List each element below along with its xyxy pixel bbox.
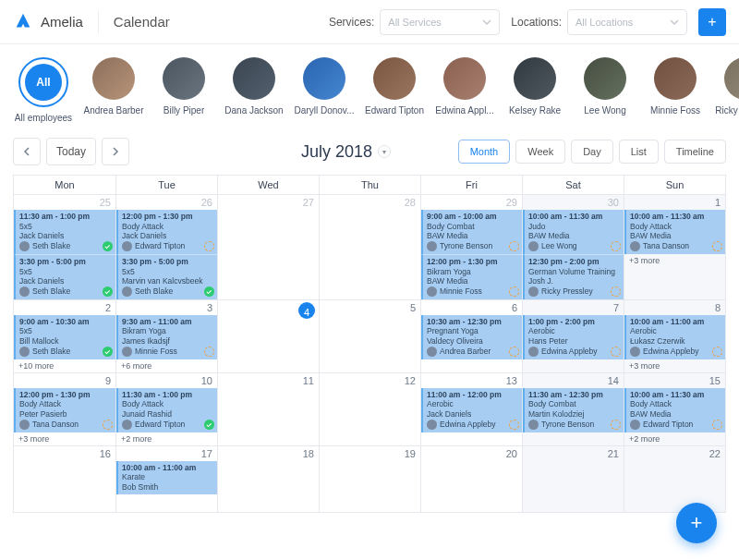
mini-avatar bbox=[528, 420, 539, 430]
more-link[interactable]: +3 more bbox=[624, 359, 725, 372]
event-employee: Tana Danson bbox=[19, 420, 112, 430]
employee-item[interactable]: Kelsey Rake bbox=[504, 57, 565, 116]
calendar-cell[interactable]: 28 bbox=[319, 194, 420, 299]
calendar-event[interactable]: 10:00 am - 11:30 amBody AttackBAW MediaE… bbox=[624, 388, 725, 432]
employee-avatar bbox=[233, 57, 275, 100]
calendar-cell[interactable]: 2612:00 pm - 1:30 pmBody AttackJack Dani… bbox=[115, 194, 217, 299]
today-button[interactable]: Today bbox=[46, 138, 96, 165]
calendar-cell[interactable]: 19 bbox=[319, 445, 420, 512]
event-employee: Edward Tipton bbox=[122, 241, 213, 251]
calendar-event[interactable]: 9:00 am - 10:00 amBody CombatBAW MediaTy… bbox=[421, 210, 522, 254]
calendar-cell[interactable]: 1510:00 am - 11:30 amBody AttackBAW Medi… bbox=[624, 372, 725, 445]
calendar-event[interactable]: 10:00 am - 11:00 amAerobicŁukasz Czerwik… bbox=[624, 315, 725, 359]
calendar-event[interactable]: 11:30 am - 12:30 pmBody CombatMartin Kol… bbox=[523, 388, 624, 432]
chevron-down-icon bbox=[482, 18, 491, 27]
employee-name: Minnie Foss bbox=[650, 105, 700, 116]
calendar-cell[interactable]: 39:30 am - 11:00 amBikram YogaJames Ikad… bbox=[115, 299, 217, 372]
view-month[interactable]: Month bbox=[458, 140, 511, 164]
calendar-cell[interactable]: 18 bbox=[217, 445, 319, 512]
calendar-cell[interactable]: 11 bbox=[217, 372, 319, 445]
calendar-event[interactable]: 11:30 am - 1:00 pmBody AttackJunaid Rash… bbox=[116, 388, 217, 432]
calendar-cell[interactable]: 2511:30 am - 1:00 pm5x5Jack DanielsSeth … bbox=[14, 194, 115, 299]
calendar-cell[interactable]: 21 bbox=[522, 445, 624, 512]
calendar-controls: Today July 2018 ▾ MonthWeekDayListTimeli… bbox=[0, 130, 739, 175]
calendar-event[interactable]: 3:30 pm - 5:00 pm5x5Jack DanielsSeth Bla… bbox=[14, 254, 115, 299]
employee-item[interactable]: Ricky Pressley bbox=[715, 57, 739, 116]
calendar-cell[interactable]: 912:00 pm - 1:30 pmBody AttackPeter Pasi… bbox=[14, 372, 115, 445]
employee-item[interactable]: Andrea Barber bbox=[83, 57, 144, 116]
event-employee: Edward Tipton bbox=[122, 420, 213, 430]
calendar-cell[interactable]: 1011:30 am - 1:00 pmBody AttackJunaid Ra… bbox=[115, 372, 217, 445]
event-title: Body Combat bbox=[427, 222, 518, 232]
calendar-event[interactable]: 9:00 am - 10:30 am5x5Bill MallockSeth Bl… bbox=[14, 315, 115, 359]
calendar-event[interactable]: 10:00 am - 11:30 amBody AttackBAW MediaT… bbox=[624, 210, 725, 254]
employee-avatar bbox=[654, 57, 697, 100]
status-pend-icon bbox=[204, 241, 214, 251]
employee-item[interactable]: Minnie Foss bbox=[645, 57, 706, 116]
calendar-cell[interactable]: 27 bbox=[217, 194, 319, 299]
calendar-cell[interactable]: 299:00 am - 10:00 amBody CombatBAW Media… bbox=[420, 194, 522, 299]
view-list[interactable]: List bbox=[619, 140, 659, 164]
calendar-cell[interactable]: 810:00 am - 11:00 amAerobicŁukasz Czerwi… bbox=[624, 299, 725, 372]
calendar-event[interactable]: 10:00 am - 11:30 amJudoBAW MediaLee Wong bbox=[523, 210, 624, 254]
calendar-event[interactable]: 10:30 am - 12:30 pmPregnant YogaValdecy … bbox=[421, 315, 522, 359]
employee-item[interactable]: Dana Jackson bbox=[224, 57, 285, 116]
event-employee: Seth Blake bbox=[122, 286, 213, 297]
event-client: Bob Smith bbox=[122, 482, 213, 493]
fab-add-button[interactable]: + bbox=[676, 503, 717, 543]
calendar-cell[interactable]: 4 bbox=[217, 299, 319, 372]
more-link[interactable]: +6 more bbox=[116, 359, 217, 372]
more-link[interactable]: +2 more bbox=[624, 432, 725, 445]
event-employee: Edwina Appleby bbox=[630, 347, 721, 357]
employee-item[interactable]: Lee Wong bbox=[575, 57, 636, 116]
calendar-event[interactable]: 12:00 pm - 1:30 pmBody AttackPeter Pasie… bbox=[14, 388, 115, 432]
calendar-event[interactable]: 12:30 pm - 2:00 pmGerman Volume Training… bbox=[523, 254, 624, 299]
more-link[interactable]: +3 more bbox=[624, 254, 725, 267]
calendar-cell[interactable]: 71:00 pm - 2:00 pmAerobicHans PeterEdwin… bbox=[522, 299, 624, 372]
calendar-cell[interactable]: 1411:30 am - 12:30 pmBody CombatMartin K… bbox=[522, 372, 624, 445]
status-ok-icon bbox=[204, 420, 214, 430]
weekday-header: Wed bbox=[217, 176, 319, 194]
calendar-cell[interactable]: 610:30 am - 12:30 pmPregnant YogaValdecy… bbox=[420, 299, 522, 372]
add-button[interactable]: + bbox=[698, 8, 726, 36]
calendar-cell[interactable]: 110:00 am - 11:30 amBody AttackBAW Media… bbox=[624, 194, 725, 299]
more-link[interactable]: +10 more bbox=[14, 359, 115, 372]
employee-all[interactable]: AllAll employees bbox=[13, 57, 74, 123]
view-day[interactable]: Day bbox=[571, 140, 613, 164]
calendar-event[interactable]: 12:00 pm - 1:30 pmBikram YogaBAW MediaMi… bbox=[421, 254, 522, 299]
day-number: 26 bbox=[116, 195, 217, 210]
more-link[interactable]: +3 more bbox=[14, 432, 115, 445]
event-client: BAW Media bbox=[630, 231, 721, 241]
calendar-cell[interactable]: 3010:00 am - 11:30 amJudoBAW MediaLee Wo… bbox=[522, 194, 624, 299]
calendar-cell[interactable]: 12 bbox=[319, 372, 420, 445]
calendar-cell[interactable]: 16 bbox=[14, 445, 115, 512]
employee-item[interactable]: Edward Tipton bbox=[364, 57, 425, 116]
calendar-event[interactable]: 11:30 am - 1:00 pm5x5Jack DanielsSeth Bl… bbox=[14, 210, 115, 254]
employee-item[interactable]: Daryll Donov... bbox=[294, 57, 355, 116]
calendar-event[interactable]: 3:30 pm - 5:00 pm5x5Marvin van Kalcvsbee… bbox=[116, 254, 217, 299]
calendar-event[interactable]: 1:00 pm - 2:00 pmAerobicHans PeterEdwina… bbox=[523, 315, 624, 359]
employee-item[interactable]: Edwina Appl... bbox=[434, 57, 495, 116]
employee-item[interactable]: Billy Piper bbox=[153, 57, 214, 116]
calendar-event[interactable]: 10:00 am - 11:00 amKarateBob Smith bbox=[116, 461, 217, 495]
calendar-cell[interactable]: 5 bbox=[319, 299, 420, 372]
employee-avatar bbox=[303, 57, 345, 100]
view-week[interactable]: Week bbox=[515, 140, 565, 164]
calendar-cell[interactable]: 29:00 am - 10:30 am5x5Bill MallockSeth B… bbox=[14, 299, 115, 372]
calendar-cell[interactable]: 1710:00 am - 11:00 amKarateBob Smith bbox=[115, 445, 217, 512]
calendar-cell[interactable]: 1311:00 am - 12:00 pmAerobicJack Daniels… bbox=[420, 372, 522, 445]
locations-select[interactable]: All Locations bbox=[567, 9, 687, 35]
more-link[interactable]: +2 more bbox=[116, 432, 217, 445]
prev-button[interactable] bbox=[13, 138, 41, 165]
day-number: 8 bbox=[624, 300, 725, 315]
calendar-event[interactable]: 9:30 am - 11:00 amBikram YogaJames Ikads… bbox=[116, 315, 217, 359]
calendar-event[interactable]: 11:00 am - 12:00 pmAerobicJack DanielsEd… bbox=[421, 388, 522, 432]
view-timeline[interactable]: Timeline bbox=[664, 140, 726, 164]
services-select[interactable]: All Services bbox=[380, 9, 500, 35]
calendar-cell[interactable]: 22 bbox=[624, 445, 725, 512]
calendar-cell[interactable]: 20 bbox=[420, 445, 522, 512]
calendar-event[interactable]: 12:00 pm - 1:30 pmBody AttackJack Daniel… bbox=[116, 210, 217, 254]
status-pend-icon bbox=[712, 347, 722, 357]
next-button[interactable] bbox=[102, 138, 129, 165]
month-label[interactable]: July 2018 ▾ bbox=[301, 142, 391, 162]
